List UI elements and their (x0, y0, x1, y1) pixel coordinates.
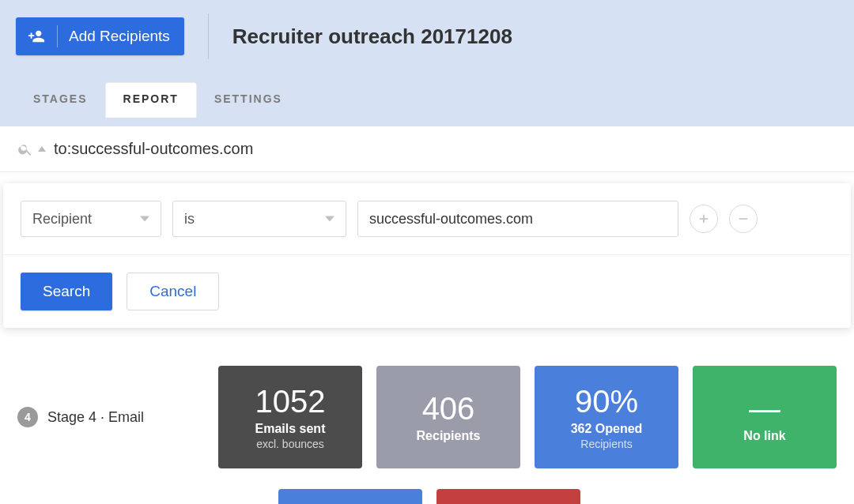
stage-row: 4 Stage 4 · Email 1052 Emails sent excl.… (0, 366, 854, 468)
stat-label: Recipients (417, 429, 481, 443)
vertical-divider (208, 13, 209, 59)
stats-row: 1052 Emails sent excl. bounces 406 Recip… (218, 366, 837, 468)
remove-filter-button[interactable] (729, 205, 758, 233)
filter-operator-select[interactable]: is (172, 201, 346, 237)
minus-icon (736, 212, 750, 226)
stat-label: Emails sent (255, 422, 326, 436)
header: Add Recipients Recruiter outreach 201712… (0, 0, 854, 126)
stage-number-badge: 4 (17, 407, 38, 427)
stat-card-links[interactable]: — No link (693, 366, 837, 468)
stat-label: 362 Opened (571, 422, 643, 436)
stat-sublabel: excl. bounces (256, 438, 324, 450)
stat-card-emails-sent[interactable]: 1052 Emails sent excl. bounces (218, 366, 362, 468)
stat-value: 406 (422, 391, 475, 426)
stat-card-partial-blue[interactable] (278, 489, 422, 504)
search-toggle[interactable] (17, 141, 46, 157)
filter-operator-value: is (184, 211, 195, 228)
add-recipients-button[interactable]: Add Recipients (16, 17, 184, 55)
filter-field-select[interactable]: Recipient (21, 201, 161, 237)
filter-row: Recipient is (3, 183, 851, 255)
tab-report[interactable]: REPORT (105, 82, 197, 118)
filter-value-input[interactable] (357, 201, 678, 237)
stat-card-recipients[interactable]: 406 Recipients (376, 366, 520, 468)
page-title: Recruiter outreach 20171208 (232, 24, 512, 49)
stat-card-opened[interactable]: 90% 362 Opened Recipients (535, 366, 678, 468)
header-top-row: Add Recipients Recruiter outreach 201712… (16, 14, 838, 58)
stat-sublabel: Recipients (580, 438, 632, 450)
tab-stages[interactable]: STAGES (16, 83, 105, 118)
add-recipients-label: Add Recipients (69, 28, 170, 45)
stat-value: — (749, 391, 780, 426)
filter-actions: Search Cancel (3, 255, 851, 328)
plus-icon (697, 212, 711, 226)
search-bar[interactable]: to:successful-outcomes.com (0, 126, 854, 172)
chevron-down-icon (140, 216, 149, 222)
stat-card-partial-red[interactable] (436, 489, 580, 504)
add-filter-button[interactable] (690, 205, 718, 233)
next-stat-row (278, 489, 854, 504)
stage-info: 4 Stage 4 · Email (17, 407, 218, 427)
filter-panel: Recipient is Search Cancel (3, 183, 851, 328)
tab-bar: STAGES REPORT SETTINGS (16, 82, 838, 118)
stat-value: 1052 (255, 384, 326, 419)
button-divider (57, 25, 58, 47)
search-icon (17, 141, 33, 157)
stage-label: Stage 4 · Email (47, 409, 144, 426)
chevron-down-icon (325, 216, 334, 222)
add-person-icon (27, 27, 46, 46)
search-button[interactable]: Search (21, 273, 112, 310)
stat-value: 90% (575, 384, 638, 419)
caret-up-icon (38, 146, 46, 152)
tab-settings[interactable]: SETTINGS (197, 83, 300, 118)
filter-field-value: Recipient (32, 211, 92, 228)
stat-label: No link (743, 429, 785, 443)
search-query: to:successful-outcomes.com (54, 140, 253, 158)
cancel-button[interactable]: Cancel (127, 273, 219, 310)
